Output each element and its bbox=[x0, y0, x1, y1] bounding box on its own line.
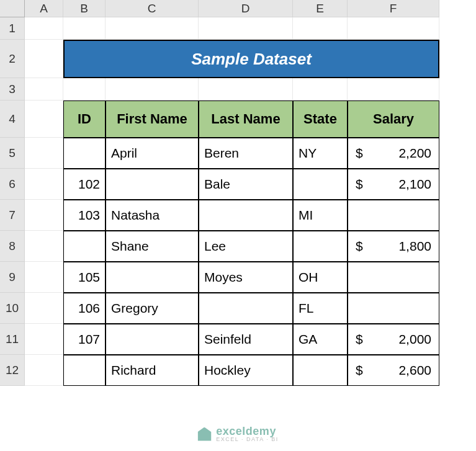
cell-salary[interactable]: $1,800 bbox=[348, 231, 439, 262]
cell-id[interactable]: 102 bbox=[63, 169, 106, 200]
cell-state[interactable]: MI bbox=[293, 200, 348, 231]
col-header-D[interactable]: D bbox=[199, 0, 293, 17]
cell-last-name[interactable]: Moyes bbox=[199, 262, 293, 293]
cell-state[interactable]: FL bbox=[293, 293, 348, 324]
select-all-corner[interactable] bbox=[0, 0, 25, 17]
table-header-first-name[interactable]: First Name bbox=[106, 100, 199, 138]
table-header-last-name[interactable]: Last Name bbox=[199, 100, 293, 138]
cell-first-name[interactable]: Shane bbox=[106, 231, 199, 262]
currency-symbol: $ bbox=[353, 332, 363, 347]
cell-A9[interactable] bbox=[25, 262, 63, 293]
cell-A11[interactable] bbox=[25, 324, 63, 355]
cell-id[interactable]: 107 bbox=[63, 324, 106, 355]
cell-last-name[interactable]: Lee bbox=[199, 231, 293, 262]
cell-last-name[interactable]: Hockley bbox=[199, 355, 293, 386]
row-header-7[interactable]: 7 bbox=[0, 200, 25, 231]
cell-salary[interactable] bbox=[348, 262, 439, 293]
row-header-3[interactable]: 3 bbox=[0, 78, 25, 100]
cell-id[interactable]: 106 bbox=[63, 293, 106, 324]
cell-salary[interactable]: $2,100 bbox=[348, 169, 439, 200]
cell-A1[interactable] bbox=[25, 17, 63, 40]
cell-salary[interactable] bbox=[348, 293, 439, 324]
cell-id[interactable]: 105 bbox=[63, 262, 106, 293]
col-header-B[interactable]: B bbox=[63, 0, 106, 17]
cell-first-name[interactable]: Gregory bbox=[106, 293, 199, 324]
cell-first-name[interactable]: April bbox=[106, 138, 199, 169]
col-header-E[interactable]: E bbox=[293, 0, 348, 17]
row-header-8[interactable]: 8 bbox=[0, 231, 25, 262]
salary-amount: 2,000 bbox=[398, 332, 434, 347]
cell-salary[interactable] bbox=[348, 200, 439, 231]
salary-amount: 1,800 bbox=[398, 239, 434, 254]
cell-first-name[interactable] bbox=[106, 262, 199, 293]
cell-last-name[interactable]: Seinfeld bbox=[199, 324, 293, 355]
cell-last-name[interactable]: Beren bbox=[199, 138, 293, 169]
cell-D1[interactable] bbox=[199, 17, 293, 40]
row-header-6[interactable]: 6 bbox=[0, 169, 25, 200]
cell-first-name[interactable] bbox=[106, 169, 199, 200]
cell-first-name[interactable] bbox=[106, 324, 199, 355]
cell-state[interactable] bbox=[293, 355, 348, 386]
row-header-4[interactable]: 4 bbox=[0, 100, 25, 138]
salary-amount: 2,100 bbox=[398, 177, 434, 192]
row-header-11[interactable]: 11 bbox=[0, 324, 25, 355]
cell-A7[interactable] bbox=[25, 200, 63, 231]
cell-id[interactable]: 103 bbox=[63, 200, 106, 231]
exceldemy-logo-icon bbox=[197, 427, 211, 441]
cell-A3[interactable] bbox=[25, 78, 63, 100]
cell-F3[interactable] bbox=[348, 78, 439, 100]
watermark-brand: exceldemy bbox=[216, 426, 278, 437]
cell-C1[interactable] bbox=[106, 17, 199, 40]
watermark-tagline: EXCEL · DATA · BI bbox=[216, 437, 278, 442]
cell-id[interactable] bbox=[63, 138, 106, 169]
watermark: exceldemy EXCEL · DATA · BI bbox=[197, 426, 278, 442]
col-header-C[interactable]: C bbox=[106, 0, 199, 17]
cell-A6[interactable] bbox=[25, 169, 63, 200]
title-banner[interactable]: Sample Dataset bbox=[63, 40, 439, 78]
cell-salary[interactable]: $2,200 bbox=[348, 138, 439, 169]
currency-symbol: $ bbox=[353, 146, 363, 161]
row-header-2[interactable]: 2 bbox=[0, 40, 25, 78]
spreadsheet-grid: A B C D E F 1 2 Sample Dataset 3 4 ID Fi… bbox=[0, 0, 476, 386]
cell-A12[interactable] bbox=[25, 355, 63, 386]
col-header-A[interactable]: A bbox=[25, 0, 63, 17]
cell-E1[interactable] bbox=[293, 17, 348, 40]
cell-E3[interactable] bbox=[293, 78, 348, 100]
cell-state[interactable]: OH bbox=[293, 262, 348, 293]
cell-B3[interactable] bbox=[63, 78, 106, 100]
cell-first-name[interactable]: Natasha bbox=[106, 200, 199, 231]
cell-last-name[interactable] bbox=[199, 200, 293, 231]
cell-last-name[interactable]: Bale bbox=[199, 169, 293, 200]
cell-A2[interactable] bbox=[25, 40, 63, 78]
cell-C3[interactable] bbox=[106, 78, 199, 100]
row-header-10[interactable]: 10 bbox=[0, 293, 25, 324]
cell-state[interactable]: NY bbox=[293, 138, 348, 169]
cell-A8[interactable] bbox=[25, 231, 63, 262]
cell-id[interactable] bbox=[63, 355, 106, 386]
currency-symbol: $ bbox=[353, 239, 363, 254]
salary-amount: 2,200 bbox=[398, 146, 434, 161]
cell-F1[interactable] bbox=[348, 17, 439, 40]
cell-first-name[interactable]: Richard bbox=[106, 355, 199, 386]
cell-state[interactable] bbox=[293, 169, 348, 200]
table-header-id[interactable]: ID bbox=[63, 100, 106, 138]
cell-state[interactable]: GA bbox=[293, 324, 348, 355]
cell-A10[interactable] bbox=[25, 293, 63, 324]
cell-salary[interactable]: $2,000 bbox=[348, 324, 439, 355]
cell-A5[interactable] bbox=[25, 138, 63, 169]
cell-A4[interactable] bbox=[25, 100, 63, 138]
cell-salary[interactable]: $2,600 bbox=[348, 355, 439, 386]
currency-symbol: $ bbox=[353, 177, 363, 192]
col-header-F[interactable]: F bbox=[348, 0, 439, 17]
row-header-1[interactable]: 1 bbox=[0, 17, 25, 40]
row-header-9[interactable]: 9 bbox=[0, 262, 25, 293]
row-header-12[interactable]: 12 bbox=[0, 355, 25, 386]
row-header-5[interactable]: 5 bbox=[0, 138, 25, 169]
cell-id[interactable] bbox=[63, 231, 106, 262]
cell-D3[interactable] bbox=[199, 78, 293, 100]
cell-state[interactable] bbox=[293, 231, 348, 262]
cell-last-name[interactable] bbox=[199, 293, 293, 324]
cell-B1[interactable] bbox=[63, 17, 106, 40]
table-header-salary[interactable]: Salary bbox=[348, 100, 439, 138]
table-header-state[interactable]: State bbox=[293, 100, 348, 138]
